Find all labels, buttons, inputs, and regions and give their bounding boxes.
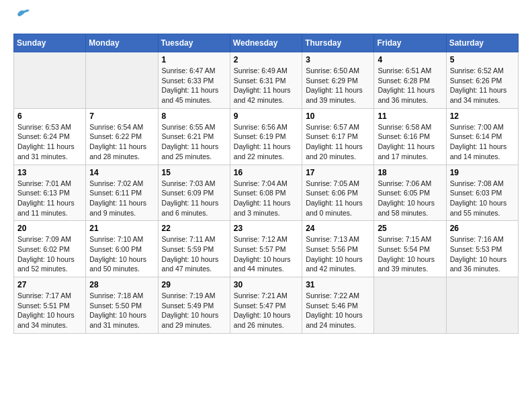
calendar-cell: 3Sunrise: 6:50 AMSunset: 6:29 PMDaylight… [302, 52, 374, 109]
day-number: 6 [17, 111, 82, 121]
day-info: Sunrise: 6:56 AMSunset: 6:19 PMDaylight:… [234, 122, 298, 162]
calendar-cell: 6Sunrise: 6:53 AMSunset: 6:24 PMDaylight… [14, 108, 86, 165]
calendar-cell: 15Sunrise: 7:03 AMSunset: 6:09 PMDayligh… [158, 165, 230, 221]
day-info: Sunrise: 7:10 AMSunset: 6:00 PMDaylight:… [89, 234, 154, 274]
calendar-cell: 24Sunrise: 7:13 AMSunset: 5:56 PMDayligh… [302, 221, 374, 277]
day-number: 25 [378, 224, 442, 233]
day-number: 22 [162, 224, 226, 233]
day-info: Sunrise: 7:15 AMSunset: 5:54 PMDaylight:… [378, 234, 442, 274]
day-info: Sunrise: 7:18 AMSunset: 5:50 PMDaylight:… [89, 291, 154, 330]
day-number: 4 [378, 55, 442, 64]
calendar-cell: 22Sunrise: 7:11 AMSunset: 5:59 PMDayligh… [158, 221, 230, 277]
day-number: 21 [89, 224, 154, 233]
calendar-cell: 26Sunrise: 7:16 AMSunset: 5:53 PMDayligh… [446, 221, 518, 277]
day-number: 28 [89, 280, 154, 289]
calendar-cell: 12Sunrise: 7:00 AMSunset: 6:14 PMDayligh… [446, 108, 518, 165]
calendar-week-row: 1Sunrise: 6:47 AMSunset: 6:33 PMDaylight… [14, 52, 519, 109]
calendar-header-row: SundayMondayTuesdayWednesdayThursdayFrid… [14, 34, 519, 52]
weekday-header: Friday [374, 34, 446, 52]
day-number: 9 [234, 111, 298, 121]
calendar-cell: 31Sunrise: 7:22 AMSunset: 5:46 PMDayligh… [302, 277, 374, 334]
day-number: 30 [234, 280, 298, 289]
calendar-cell: 8Sunrise: 6:55 AMSunset: 6:21 PMDaylight… [158, 108, 230, 165]
calendar-cell: 1Sunrise: 6:47 AMSunset: 6:33 PMDaylight… [158, 52, 230, 109]
calendar-cell [446, 277, 518, 334]
day-info: Sunrise: 7:21 AMSunset: 5:47 PMDaylight:… [234, 291, 298, 330]
day-info: Sunrise: 7:02 AMSunset: 6:11 PMDaylight:… [89, 179, 154, 218]
day-info: Sunrise: 7:12 AMSunset: 5:57 PMDaylight:… [234, 234, 298, 274]
calendar-cell: 7Sunrise: 6:54 AMSunset: 6:22 PMDaylight… [86, 108, 158, 165]
day-info: Sunrise: 7:05 AMSunset: 6:06 PMDaylight:… [306, 179, 370, 218]
day-number: 14 [89, 168, 154, 177]
day-info: Sunrise: 6:55 AMSunset: 6:21 PMDaylight:… [162, 122, 226, 162]
weekday-header: Saturday [446, 34, 518, 52]
day-info: Sunrise: 7:03 AMSunset: 6:09 PMDaylight:… [162, 179, 226, 218]
weekday-header: Tuesday [158, 34, 230, 52]
day-number: 29 [162, 280, 226, 289]
day-info: Sunrise: 6:51 AMSunset: 6:28 PMDaylight:… [378, 66, 442, 105]
logo [13, 13, 31, 23]
day-info: Sunrise: 7:19 AMSunset: 5:49 PMDaylight:… [162, 291, 226, 330]
day-info: Sunrise: 7:17 AMSunset: 5:51 PMDaylight:… [17, 291, 82, 330]
day-number: 17 [306, 168, 370, 177]
calendar-cell [374, 277, 446, 334]
day-number: 10 [306, 111, 370, 121]
day-number: 11 [378, 111, 442, 121]
calendar-week-row: 13Sunrise: 7:01 AMSunset: 6:13 PMDayligh… [14, 165, 519, 221]
calendar-cell: 17Sunrise: 7:05 AMSunset: 6:06 PMDayligh… [302, 165, 374, 221]
day-info: Sunrise: 7:22 AMSunset: 5:46 PMDaylight:… [306, 291, 370, 330]
calendar-cell: 29Sunrise: 7:19 AMSunset: 5:49 PMDayligh… [158, 277, 230, 334]
day-info: Sunrise: 7:16 AMSunset: 5:53 PMDaylight:… [450, 234, 515, 274]
calendar-cell: 11Sunrise: 6:58 AMSunset: 6:16 PMDayligh… [374, 108, 446, 165]
day-info: Sunrise: 7:09 AMSunset: 6:02 PMDaylight:… [17, 234, 82, 274]
day-info: Sunrise: 6:53 AMSunset: 6:24 PMDaylight:… [17, 122, 82, 162]
calendar-week-row: 27Sunrise: 7:17 AMSunset: 5:51 PMDayligh… [14, 277, 519, 334]
calendar-cell: 20Sunrise: 7:09 AMSunset: 6:02 PMDayligh… [14, 221, 86, 277]
day-info: Sunrise: 6:57 AMSunset: 6:17 PMDaylight:… [306, 122, 370, 162]
day-number: 7 [89, 111, 154, 121]
calendar-cell: 18Sunrise: 7:06 AMSunset: 6:05 PMDayligh… [374, 165, 446, 221]
day-info: Sunrise: 7:04 AMSunset: 6:08 PMDaylight:… [234, 179, 298, 218]
day-number: 5 [450, 55, 515, 64]
calendar-cell: 28Sunrise: 7:18 AMSunset: 5:50 PMDayligh… [86, 277, 158, 334]
weekday-header: Sunday [14, 34, 86, 52]
day-info: Sunrise: 7:01 AMSunset: 6:13 PMDaylight:… [17, 179, 82, 218]
calendar-cell [14, 52, 86, 109]
day-number: 18 [378, 168, 442, 177]
day-number: 16 [234, 168, 298, 177]
day-number: 23 [234, 224, 298, 233]
day-info: Sunrise: 7:13 AMSunset: 5:56 PMDaylight:… [306, 234, 370, 274]
calendar-week-row: 6Sunrise: 6:53 AMSunset: 6:24 PMDaylight… [14, 108, 519, 165]
day-info: Sunrise: 6:47 AMSunset: 6:33 PMDaylight:… [162, 66, 226, 105]
calendar-cell: 4Sunrise: 6:51 AMSunset: 6:28 PMDaylight… [374, 52, 446, 109]
weekday-header: Thursday [302, 34, 374, 52]
day-number: 19 [450, 168, 515, 177]
day-info: Sunrise: 7:11 AMSunset: 5:59 PMDaylight:… [162, 234, 226, 274]
calendar-cell: 16Sunrise: 7:04 AMSunset: 6:08 PMDayligh… [230, 165, 302, 221]
calendar-table: SundayMondayTuesdayWednesdayThursdayFrid… [13, 34, 519, 334]
calendar-cell [86, 52, 158, 109]
day-number: 31 [306, 280, 370, 289]
day-number: 1 [162, 55, 226, 64]
calendar-cell: 10Sunrise: 6:57 AMSunset: 6:17 PMDayligh… [302, 108, 374, 165]
calendar-cell: 25Sunrise: 7:15 AMSunset: 5:54 PMDayligh… [374, 221, 446, 277]
calendar-cell: 23Sunrise: 7:12 AMSunset: 5:57 PMDayligh… [230, 221, 302, 277]
calendar-cell: 2Sunrise: 6:49 AMSunset: 6:31 PMDaylight… [230, 52, 302, 109]
day-info: Sunrise: 6:54 AMSunset: 6:22 PMDaylight:… [89, 122, 154, 162]
weekday-header: Wednesday [230, 34, 302, 52]
calendar-cell: 13Sunrise: 7:01 AMSunset: 6:13 PMDayligh… [14, 165, 86, 221]
day-number: 24 [306, 224, 370, 233]
calendar-cell: 9Sunrise: 6:56 AMSunset: 6:19 PMDaylight… [230, 108, 302, 165]
day-number: 27 [17, 280, 82, 289]
day-info: Sunrise: 6:49 AMSunset: 6:31 PMDaylight:… [234, 66, 298, 105]
day-number: 3 [306, 55, 370, 64]
page-header [13, 13, 519, 23]
day-number: 12 [450, 111, 515, 121]
calendar-week-row: 20Sunrise: 7:09 AMSunset: 6:02 PMDayligh… [14, 221, 519, 277]
calendar-cell: 14Sunrise: 7:02 AMSunset: 6:11 PMDayligh… [86, 165, 158, 221]
day-number: 15 [162, 168, 226, 177]
calendar-cell: 5Sunrise: 6:52 AMSunset: 6:26 PMDaylight… [446, 52, 518, 109]
day-number: 26 [450, 224, 515, 233]
day-info: Sunrise: 6:50 AMSunset: 6:29 PMDaylight:… [306, 66, 370, 105]
calendar-cell: 27Sunrise: 7:17 AMSunset: 5:51 PMDayligh… [14, 277, 86, 334]
